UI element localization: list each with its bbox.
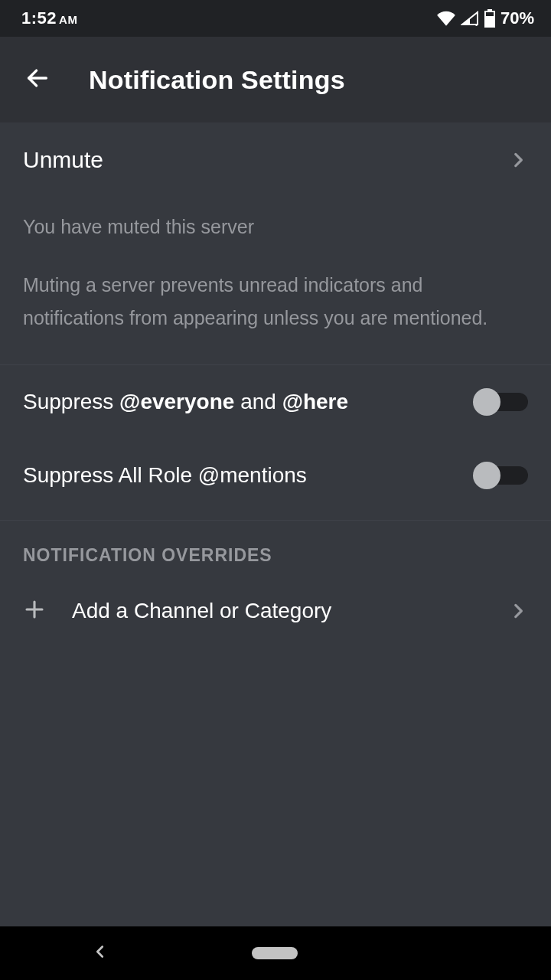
suppress-everyone-bold1: @everyone xyxy=(119,390,234,413)
overrides-header: NOTIFICATION OVERRIDES xyxy=(0,521,551,584)
chevron-right-icon xyxy=(508,601,528,621)
android-nav-bar xyxy=(0,926,551,980)
suppress-everyone-label: Suppress @everyone and @here xyxy=(23,390,348,414)
page-title: Notification Settings xyxy=(89,65,345,95)
suppress-everyone-row[interactable]: Suppress @everyone and @here xyxy=(0,365,551,439)
wifi-icon xyxy=(436,11,456,26)
svg-rect-3 xyxy=(485,16,494,27)
plus-icon xyxy=(23,598,46,624)
toggle-knob xyxy=(473,388,500,416)
suppress-role-toggle[interactable] xyxy=(473,462,528,489)
nav-back-icon[interactable] xyxy=(92,943,109,963)
nav-home-pill[interactable] xyxy=(252,947,298,959)
suppress-role-label: Suppress All Role @mentions xyxy=(23,463,307,488)
suppress-section: Suppress @everyone and @here Suppress Al… xyxy=(0,365,551,521)
suppress-everyone-bold2: @here xyxy=(282,390,348,413)
nav-spacer xyxy=(441,944,459,962)
content: Unmute You have muted this server Muting… xyxy=(0,122,551,926)
chevron-right-icon xyxy=(508,150,528,170)
suppress-everyone-mid: and xyxy=(234,390,282,413)
back-button[interactable] xyxy=(15,56,60,103)
unmute-label: Unmute xyxy=(23,147,103,173)
app-bar: Notification Settings xyxy=(0,37,551,122)
unmute-subtext-1: You have muted this server xyxy=(23,216,528,238)
svg-text:x: x xyxy=(474,21,478,26)
status-time-ampm: AM xyxy=(59,13,77,26)
status-time: 1:52AM xyxy=(21,8,77,28)
suppress-everyone-toggle[interactable] xyxy=(473,388,528,416)
suppress-everyone-prefix: Suppress xyxy=(23,390,119,413)
battery-percent: 70% xyxy=(500,8,534,28)
status-bar: 1:52AM x 70% xyxy=(0,0,551,37)
add-override-row[interactable]: Add a Channel or Category xyxy=(0,584,551,647)
suppress-role-row[interactable]: Suppress All Role @mentions xyxy=(0,439,551,512)
unmute-section[interactable]: Unmute You have muted this server Muting… xyxy=(0,122,551,365)
cellular-icon: x xyxy=(461,11,479,26)
status-time-value: 1:52 xyxy=(21,8,57,28)
unmute-subtext-2: Muting a server prevents unread indicato… xyxy=(23,269,528,334)
status-right: x 70% xyxy=(436,8,534,28)
add-override-label: Add a Channel or Category xyxy=(72,599,331,623)
battery-icon xyxy=(484,9,496,28)
toggle-knob xyxy=(473,462,500,489)
